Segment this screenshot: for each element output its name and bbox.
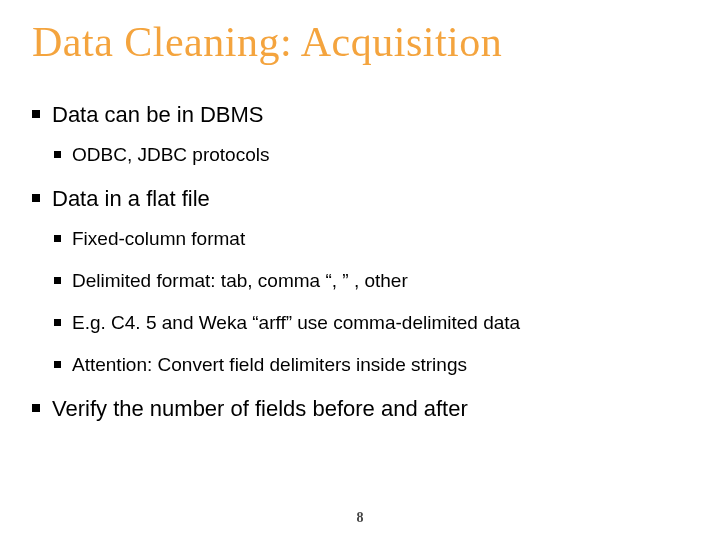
bullet-text: Data can be in DBMS [52,102,264,127]
sub-bullet-list: ODBC, JDBC protocols [52,144,690,166]
sub-bullet-text: ODBC, JDBC protocols [72,144,269,165]
sub-bullet-list: Fixed-column format Delimited format: ta… [52,228,690,376]
sub-bullet-item: Delimited format: tab, comma “, ” , othe… [52,270,690,292]
bullet-item: Data can be in DBMS ODBC, JDBC protocols [30,102,690,166]
sub-bullet-item: ODBC, JDBC protocols [52,144,690,166]
bullet-list: Data can be in DBMS ODBC, JDBC protocols… [30,102,690,422]
slide: Data Cleaning: Acquisition Data can be i… [0,0,720,540]
bullet-item: Data in a flat file Fixed-column format … [30,186,690,376]
sub-bullet-text: Delimited format: tab, comma “, ” , othe… [72,270,408,291]
sub-bullet-item: Fixed-column format [52,228,690,250]
bullet-text: Data in a flat file [52,186,210,211]
sub-bullet-item: Attention: Convert field delimiters insi… [52,354,690,376]
slide-title: Data Cleaning: Acquisition [32,18,690,66]
sub-bullet-text: Fixed-column format [72,228,245,249]
sub-bullet-item: E.g. C4. 5 and Weka “arff” use comma-del… [52,312,690,334]
page-number: 8 [0,510,720,526]
sub-bullet-text: Attention: Convert field delimiters insi… [72,354,467,375]
sub-bullet-text: E.g. C4. 5 and Weka “arff” use comma-del… [72,312,520,333]
bullet-item: Verify the number of fields before and a… [30,396,690,422]
bullet-text: Verify the number of fields before and a… [52,396,468,421]
